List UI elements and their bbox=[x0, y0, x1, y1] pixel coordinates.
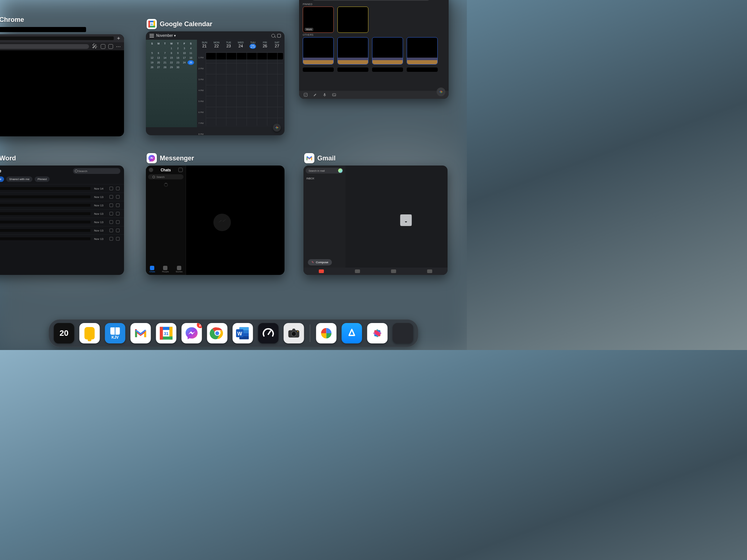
search-input[interactable]: Search bbox=[73, 168, 120, 174]
document-row[interactable]: Nov 13 bbox=[0, 218, 124, 226]
switcher-card-chrome[interactable]: Chrome ＋ ✕ 🎤︎ ⋯ bbox=[0, 15, 124, 136]
address-bar[interactable] bbox=[0, 44, 89, 49]
schedule-view[interactable]: SUN21MON22TUE23WED24THU25FRI26SAT27 1 PM… bbox=[197, 40, 285, 127]
nav-mail-icon[interactable] bbox=[319, 269, 324, 273]
switcher-card-word[interactable]: W Word Home Search RecentShared with meP… bbox=[0, 153, 124, 275]
nav-chat-icon[interactable] bbox=[355, 269, 360, 273]
more-icon[interactable] bbox=[116, 229, 120, 232]
search-input[interactable]: Search bbox=[148, 174, 183, 179]
switcher-card-calendar[interactable]: 31 Google Calendar November ▾ SMTWTFS123… bbox=[146, 19, 285, 135]
compose-icon[interactable] bbox=[178, 168, 183, 172]
search-input[interactable]: Search in mail bbox=[306, 168, 343, 174]
switcher-card-gmail[interactable]: Gmail Search in mail INBOX Compose bbox=[303, 153, 448, 275]
more-icon[interactable] bbox=[116, 220, 120, 224]
nav-spaces-icon[interactable] bbox=[391, 269, 396, 273]
brush-icon[interactable] bbox=[313, 93, 317, 97]
switcher-card-messenger[interactable]: Messenger Chats Search ChatsPeopleStorie… bbox=[146, 153, 285, 275]
dock-app-camera[interactable] bbox=[284, 323, 304, 343]
note-card[interactable]: Work bbox=[303, 7, 334, 33]
day-column[interactable]: SUN21 bbox=[200, 41, 209, 49]
note-card[interactable] bbox=[337, 37, 368, 65]
note-card[interactable] bbox=[407, 37, 438, 65]
nav-tab[interactable]: People bbox=[162, 266, 169, 273]
mic-icon[interactable]: 🎤︎ bbox=[92, 43, 98, 50]
dock-app-countdown[interactable]: 20 bbox=[54, 323, 74, 343]
image-icon[interactable] bbox=[332, 93, 336, 97]
document-row[interactable]: Nov 13 bbox=[0, 201, 124, 209]
avatar[interactable] bbox=[338, 168, 342, 173]
filter-tab[interactable]: Pinned bbox=[35, 176, 50, 182]
mic-icon[interactable] bbox=[322, 93, 327, 97]
pin-icon[interactable] bbox=[109, 195, 113, 199]
pin-icon[interactable] bbox=[109, 212, 113, 215]
filter-tab[interactable]: Shared with me bbox=[6, 176, 32, 182]
dock-app-apple-photos[interactable] bbox=[367, 323, 388, 343]
dock-app-appstore[interactable] bbox=[342, 323, 362, 343]
day-column[interactable]: THU25 bbox=[248, 41, 258, 49]
filter-tab[interactable]: Recent bbox=[0, 176, 4, 182]
messenger-icon bbox=[147, 153, 157, 163]
more-icon[interactable] bbox=[116, 187, 120, 190]
dock-app-google-photos[interactable] bbox=[316, 323, 337, 343]
day-column[interactable]: MON22 bbox=[212, 41, 221, 49]
more-icon[interactable] bbox=[116, 203, 120, 207]
compose-button[interactable]: Compose bbox=[308, 259, 332, 265]
more-icon[interactable] bbox=[116, 195, 120, 199]
dock-app-word[interactable]: W bbox=[233, 323, 253, 343]
document-row[interactable]: Nov 13 bbox=[0, 209, 124, 218]
note-card[interactable] bbox=[337, 67, 368, 72]
mini-calendar[interactable]: SMTWTFS123456789101112131415161718192021… bbox=[146, 40, 197, 127]
share-icon[interactable] bbox=[101, 44, 105, 49]
note-card[interactable] bbox=[372, 37, 403, 65]
note-card[interactable] bbox=[303, 67, 334, 72]
dock-app-gmail[interactable] bbox=[131, 323, 151, 343]
more-icon[interactable] bbox=[116, 212, 120, 215]
switcher-card-keep[interactable]: ≡ Search your notes PINNED Work OTHERS bbox=[299, 0, 449, 99]
dock-app-messenger[interactable]: 2 bbox=[182, 323, 202, 343]
tabs-icon[interactable] bbox=[108, 44, 113, 49]
note-card[interactable] bbox=[407, 67, 438, 72]
nav-tab[interactable]: Chats bbox=[149, 266, 155, 273]
day-column[interactable]: WED24 bbox=[236, 41, 245, 49]
pin-icon[interactable] bbox=[109, 229, 113, 232]
hamburger-icon[interactable] bbox=[150, 34, 154, 38]
document-row[interactable]: Nov 13 bbox=[0, 226, 124, 234]
pin-icon[interactable] bbox=[109, 187, 113, 190]
dock-app-keep[interactable] bbox=[80, 323, 100, 343]
document-row[interactable]: Nov 14 bbox=[0, 184, 124, 192]
menu-icon[interactable]: ⋯ bbox=[116, 44, 121, 49]
add-note-fab[interactable]: ＋ bbox=[437, 88, 445, 96]
dock-app-calendar[interactable]: 31 bbox=[156, 323, 177, 343]
nav-tab[interactable]: Stories bbox=[176, 266, 183, 273]
avatar[interactable] bbox=[149, 168, 153, 172]
dock-app-folder[interactable] bbox=[393, 323, 413, 343]
dock-app-bible[interactable]: KJV bbox=[105, 323, 125, 343]
document-row[interactable]: Nov 13 bbox=[0, 234, 124, 243]
hamburger-icon[interactable]: ≡ bbox=[303, 0, 306, 1]
inbox-label[interactable]: INBOX bbox=[303, 176, 345, 181]
add-event-fab[interactable]: ＋ bbox=[273, 124, 281, 132]
note-card[interactable] bbox=[303, 37, 334, 65]
keep-toolbar bbox=[299, 91, 449, 99]
documents-list: Nov 14Nov 13Nov 13Nov 13Nov 13Nov 13Nov … bbox=[0, 184, 124, 243]
day-column[interactable]: FRI26 bbox=[260, 41, 270, 49]
today-icon[interactable] bbox=[277, 34, 281, 38]
checkbox-icon[interactable] bbox=[303, 93, 308, 97]
dock-app-speedtest[interactable] bbox=[258, 323, 279, 343]
pin-icon[interactable] bbox=[109, 237, 113, 241]
gmail-bottom-nav bbox=[303, 268, 448, 275]
search-input[interactable]: Search your notes bbox=[311, 0, 430, 1]
pin-icon[interactable] bbox=[109, 220, 113, 224]
search-icon[interactable] bbox=[271, 34, 275, 38]
day-column[interactable]: SAT27 bbox=[272, 41, 282, 49]
more-icon[interactable] bbox=[116, 237, 120, 241]
month-selector[interactable]: November ▾ bbox=[156, 34, 176, 38]
day-column[interactable]: TUE23 bbox=[224, 41, 233, 49]
note-card[interactable] bbox=[337, 7, 368, 33]
pin-icon[interactable] bbox=[109, 203, 113, 207]
nav-meet-icon[interactable] bbox=[427, 269, 432, 273]
dock: 20 KJV 31 2 W bbox=[49, 319, 418, 347]
note-card[interactable] bbox=[372, 67, 403, 72]
document-row[interactable]: Nov 13 bbox=[0, 192, 124, 201]
dock-app-chrome[interactable] bbox=[207, 323, 228, 343]
